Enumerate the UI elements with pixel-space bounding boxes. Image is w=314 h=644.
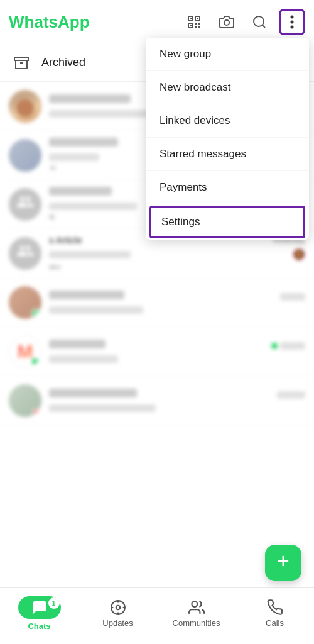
menu-item-linked-devices[interactable]: Linked devices [146,104,309,138]
dropdown-menu: New group New broadcast Linked devices S… [146,38,309,240]
menu-item-payments[interactable]: Payments [146,171,309,204]
menu-item-starred-messages[interactable]: Starred messages [146,138,309,171]
menu-item-new-broadcast[interactable]: New broadcast [146,71,309,104]
menu-item-settings[interactable]: Settings [149,206,305,238]
menu-item-new-group[interactable]: New group [146,38,309,71]
dropdown-overlay[interactable]: New group New broadcast Linked devices S… [0,0,314,644]
